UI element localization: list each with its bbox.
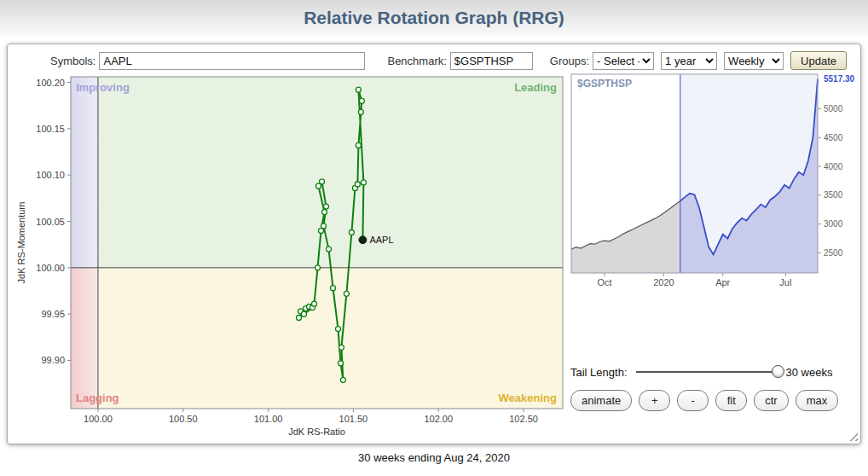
svg-text:Weakening: Weakening <box>499 392 557 404</box>
svg-text:102.50: 102.50 <box>509 414 538 424</box>
svg-text:Oct: Oct <box>597 277 611 287</box>
zoom-in-button[interactable]: + <box>639 390 670 411</box>
page-title: Relative Rotation Graph (RRG) <box>304 8 564 28</box>
symbols-label: Symbols: <box>50 55 95 67</box>
svg-text:100.10: 100.10 <box>36 170 65 180</box>
period-select[interactable]: 1 year <box>661 52 717 70</box>
svg-text:2500: 2500 <box>824 248 843 258</box>
slider-handle-icon[interactable] <box>772 365 784 378</box>
groups-select[interactable]: - Select - <box>593 52 654 70</box>
svg-text:JdK RS-Momentum: JdK RS-Momentum <box>16 202 26 284</box>
svg-text:Lagging: Lagging <box>76 392 119 404</box>
svg-text:3500: 3500 <box>824 190 843 200</box>
svg-text:Apr: Apr <box>715 277 730 287</box>
svg-text:100.00: 100.00 <box>36 263 65 273</box>
right-column: $GSPTHSP2500300035004000450050005517.30O… <box>567 73 859 442</box>
svg-text:JdK RS-Ratio: JdK RS-Ratio <box>288 427 345 437</box>
svg-text:99.95: 99.95 <box>41 309 65 319</box>
tail-length-label: Tail Length: <box>570 366 628 379</box>
svg-text:4500: 4500 <box>824 133 843 142</box>
update-button[interactable]: Update <box>790 51 847 70</box>
groups-label: Groups: <box>550 55 589 67</box>
svg-text:100.15: 100.15 <box>36 124 65 134</box>
frequency-select[interactable]: Weekly <box>724 52 784 70</box>
center-button[interactable]: ctr <box>754 390 788 411</box>
svg-text:AAPL: AAPL <box>369 235 393 245</box>
rrg-current-point <box>359 236 367 244</box>
benchmark-label: Benchmark: <box>387 55 446 67</box>
panel-content: ImprovingLeadingLaggingWeakening100.0010… <box>13 73 855 442</box>
svg-text:100.50: 100.50 <box>169 414 198 424</box>
chart-buttons-row: animate + - fit ctr max <box>570 390 859 411</box>
svg-text:100.20: 100.20 <box>36 78 65 88</box>
rrg-chart[interactable]: ImprovingLeadingLaggingWeakening100.0010… <box>13 73 567 442</box>
svg-text:5517.30: 5517.30 <box>824 74 855 84</box>
slider-track[interactable] <box>636 371 783 373</box>
svg-text:100.00: 100.00 <box>84 414 113 424</box>
svg-text:101.50: 101.50 <box>339 414 368 424</box>
rrg-panel: Symbols: Benchmark: Groups: - Select - 1… <box>7 44 861 444</box>
svg-text:Leading: Leading <box>514 81 557 94</box>
svg-text:102.00: 102.00 <box>424 414 453 424</box>
animate-button[interactable]: animate <box>570 390 632 411</box>
tail-length-row: Tail Length: 30 weeks <box>570 365 859 379</box>
zoom-out-button[interactable]: - <box>677 390 709 411</box>
fit-button[interactable]: fit <box>715 390 747 411</box>
tail-length-slider[interactable] <box>636 365 783 379</box>
svg-text:101.00: 101.00 <box>254 414 283 424</box>
footer-caption: 30 weeks ending Aug 24, 2020 <box>0 451 868 464</box>
benchmark-chart[interactable]: $GSPTHSP2500300035004000450050005517.30O… <box>570 73 859 292</box>
benchmark-input[interactable] <box>450 52 533 70</box>
svg-text:Improving: Improving <box>76 81 130 94</box>
svg-text:5000: 5000 <box>824 104 843 113</box>
benchmark-svg[interactable]: $GSPTHSP2500300035004000450050005517.30O… <box>570 73 859 288</box>
svg-text:100.05: 100.05 <box>36 217 65 227</box>
svg-text:$GSPTHSP: $GSPTHSP <box>577 78 632 90</box>
max-button[interactable]: max <box>796 390 839 411</box>
rrg-svg[interactable]: ImprovingLeadingLaggingWeakening100.0010… <box>13 73 567 438</box>
svg-text:3000: 3000 <box>824 219 843 229</box>
tail-length-value: 30 weeks <box>786 366 833 379</box>
symbols-input[interactable] <box>99 52 365 70</box>
svg-text:2020: 2020 <box>653 277 674 287</box>
svg-text:4000: 4000 <box>824 162 843 171</box>
controls-bar: Symbols: Benchmark: Groups: - Select - 1… <box>50 51 855 70</box>
svg-text:99.90: 99.90 <box>41 355 65 365</box>
app-header: Relative Rotation Graph (RRG) <box>0 0 868 36</box>
svg-text:Jul: Jul <box>779 277 791 287</box>
